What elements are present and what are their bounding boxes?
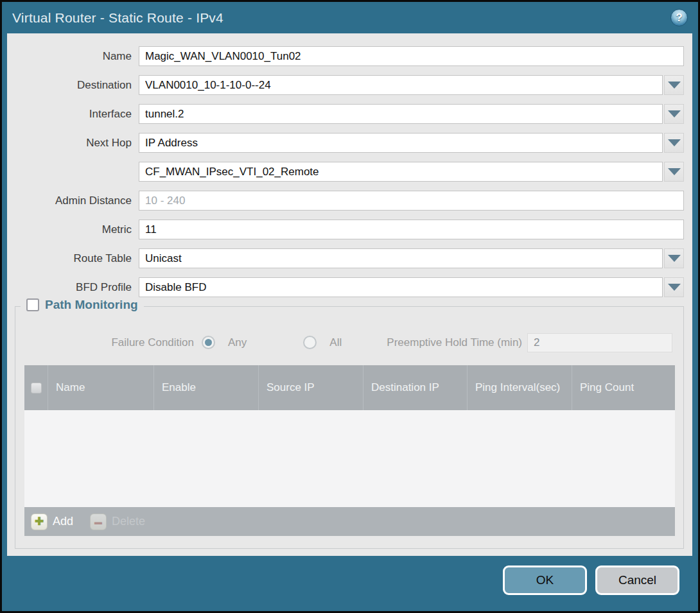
destination-input[interactable]: [139, 75, 663, 95]
preemptive-hold-time-label: Preemptive Hold Time (min): [387, 336, 527, 349]
next-hop-address-input[interactable]: [139, 162, 663, 182]
name-label: Name: [7, 46, 139, 66]
name-input[interactable]: [139, 46, 684, 66]
dialog-title-bar: Virtual Router - Static Route - IPv4: [2, 2, 698, 33]
interface-dropdown-button[interactable]: [664, 104, 684, 124]
metric-input[interactable]: [139, 220, 684, 239]
help-icon[interactable]: [670, 9, 688, 26]
bfd-profile-input[interactable]: [139, 277, 663, 297]
cancel-button[interactable]: Cancel: [595, 566, 679, 595]
delete-button-label: Delete: [112, 515, 145, 528]
dialog-body: Name Destination Interface: [7, 33, 692, 556]
dialog-footer: OK Cancel: [2, 556, 698, 611]
column-header-destination-ip[interactable]: Destination IP: [363, 365, 468, 410]
chevron-down-icon: [668, 110, 681, 117]
column-header-enable[interactable]: Enable: [154, 365, 259, 410]
chevron-down-icon: [668, 168, 681, 175]
bfd-profile-row: BFD Profile: [7, 277, 684, 297]
interface-input[interactable]: [139, 104, 663, 124]
radio-any[interactable]: [202, 336, 215, 349]
failure-condition-label: Failure Condition: [15, 336, 202, 349]
failure-condition-row: Failure Condition Any All Preemptive Hol…: [15, 332, 683, 352]
column-header-name[interactable]: Name: [48, 365, 154, 410]
select-all-checkbox[interactable]: [31, 383, 42, 393]
chevron-down-icon: [668, 255, 681, 262]
next-hop-row: Next Hop: [7, 133, 684, 153]
static-route-dialog: Virtual Router - Static Route - IPv4 Nam…: [0, 0, 700, 613]
radio-all-label: All: [329, 336, 342, 349]
route-table-row: Route Table: [7, 248, 684, 268]
next-hop-address-label: [7, 162, 139, 182]
radio-all[interactable]: [303, 336, 317, 349]
next-hop-label: Next Hop: [7, 133, 139, 153]
next-hop-type-input[interactable]: [139, 133, 663, 153]
next-hop-type-dropdown-button[interactable]: [664, 133, 684, 153]
table-header-row: Name Enable Source IP Destination IP Pin…: [24, 365, 675, 410]
bfd-profile-dropdown-button[interactable]: [664, 277, 684, 297]
interface-row: Interface: [7, 104, 684, 124]
admin-distance-input[interactable]: [139, 191, 684, 211]
next-hop-address-row: [7, 162, 684, 182]
name-row: Name: [7, 46, 684, 66]
column-header-ping-interval[interactable]: Ping Interval(sec): [468, 365, 572, 410]
column-header-ping-count[interactable]: Ping Count: [572, 365, 675, 410]
metric-label: Metric: [7, 220, 139, 239]
admin-distance-label: Admin Distance: [7, 191, 139, 211]
path-monitoring-title: Path Monitoring: [45, 298, 138, 312]
next-hop-address-dropdown-button[interactable]: [664, 162, 684, 182]
add-button[interactable]: Add: [31, 514, 73, 530]
table-toolbar: Add Delete: [24, 507, 675, 536]
path-monitoring-legend: Path Monitoring: [21, 298, 144, 312]
destination-row: Destination: [7, 75, 684, 95]
destination-label: Destination: [7, 75, 139, 95]
column-header-source-ip[interactable]: Source IP: [259, 365, 363, 410]
preemptive-hold-time-input[interactable]: [527, 333, 672, 352]
ok-button[interactable]: OK: [503, 566, 587, 595]
path-monitoring-section: Path Monitoring Failure Condition Any Al…: [15, 306, 684, 549]
chevron-down-icon: [668, 139, 681, 146]
interface-label: Interface: [7, 104, 139, 124]
path-monitoring-checkbox[interactable]: [26, 298, 39, 311]
radio-any-label: Any: [228, 336, 247, 349]
bfd-profile-label: BFD Profile: [7, 277, 139, 297]
route-table-label: Route Table: [7, 248, 139, 268]
dialog-title: Virtual Router - Static Route - IPv4: [2, 10, 223, 26]
path-monitoring-table: Name Enable Source IP Destination IP Pin…: [24, 365, 675, 536]
table-body-empty: [24, 410, 675, 507]
failure-condition-radio-group: Any All: [202, 336, 361, 349]
route-table-dropdown-button[interactable]: [664, 248, 684, 268]
table-header-select-all[interactable]: [24, 365, 48, 410]
delete-button[interactable]: Delete: [90, 514, 145, 530]
admin-distance-row: Admin Distance: [7, 191, 684, 211]
metric-row: Metric: [7, 220, 684, 239]
add-button-label: Add: [53, 515, 73, 528]
chevron-down-icon: [668, 284, 681, 291]
minus-icon: [90, 514, 107, 530]
chevron-down-icon: [668, 82, 681, 89]
plus-icon: [31, 514, 48, 530]
route-table-input[interactable]: [139, 248, 663, 268]
destination-dropdown-button[interactable]: [664, 75, 684, 95]
